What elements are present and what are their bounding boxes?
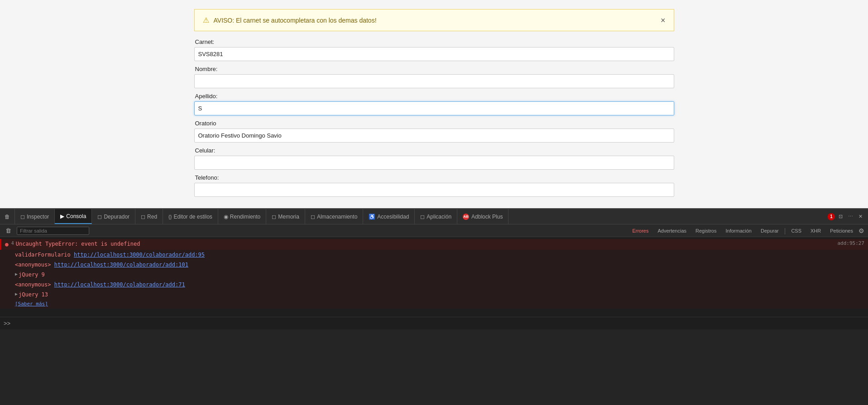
apellido-input[interactable] <box>194 101 674 115</box>
consola-tab-label: Consola <box>66 213 86 219</box>
console-saber-mas-line: [Saber más] <box>0 300 868 309</box>
inspector-tab-icon: ◻ <box>20 214 25 220</box>
devtools-trash-btn[interactable]: 🗑 <box>0 209 15 224</box>
expand-arrow-1: ▶ <box>15 271 18 277</box>
devtools-toolbar: 🗑 ◻ Inspector ▶ Consola ◻ Depurador ◻ Re… <box>0 209 868 224</box>
telefono-label: Telefono: <box>194 174 674 181</box>
devtools-close-btn[interactable]: ✕ <box>857 213 864 220</box>
stack-entry-link-1[interactable]: http://localhost:3000/colaborador/add:95 <box>74 251 205 259</box>
apellido-field-group: Apellido: <box>194 93 674 115</box>
console-input-area: >> <box>0 317 868 329</box>
carnet-input[interactable] <box>194 47 674 61</box>
editor-estilos-tab-label: Editor de estilos <box>173 214 212 220</box>
console-filter-input[interactable] <box>17 227 89 235</box>
telefono-input[interactable] <box>194 183 674 197</box>
devtools-panel: 🗑 ◻ Inspector ▶ Consola ◻ Depurador ◻ Re… <box>0 208 868 405</box>
rendimiento-tab-icon: ◉ <box>224 214 228 220</box>
oratorio-input[interactable] <box>194 129 674 143</box>
line-num-1: 4 <box>11 240 14 247</box>
filter-advertencias-btn[interactable]: Advertencias <box>654 227 690 235</box>
trash-icon: 🗑 <box>5 214 10 220</box>
devtools-settings-btn[interactable]: ⊡ <box>837 213 844 220</box>
console-divider: | <box>784 227 786 234</box>
nombre-field-group: Nombre: <box>194 66 674 88</box>
devtools-right-actions: 1 ⊡ ⋯ ✕ <box>828 213 868 220</box>
console-error-sub-4: <anonymous> http://localhost:3000/colabo… <box>0 280 868 290</box>
filter-registros-btn[interactable]: Registros <box>692 227 720 235</box>
alert-content: ⚠ AVISO: El carnet se autocompletara con… <box>203 16 377 24</box>
stack-entry-link-2[interactable]: http://localhost:3000/colaborador/add:10… <box>54 261 188 269</box>
celular-input[interactable] <box>194 156 674 170</box>
console-error-sub-5: ▶ jQuery 13 <box>0 290 868 300</box>
nombre-input[interactable] <box>194 74 674 88</box>
filter-peticiones-btn[interactable]: Peticiones <box>826 227 857 235</box>
console-error-sub-3: ▶ jQuery 9 <box>0 270 868 280</box>
console-clear-button[interactable]: 🗑 <box>4 226 13 235</box>
main-content: ⚠ AVISO: El carnet se autocompletara con… <box>0 0 868 208</box>
devtools-bottom-area <box>0 329 868 405</box>
console-input[interactable] <box>13 320 864 326</box>
red-tab-label: Red <box>147 214 157 220</box>
oratorio-field-group: Oratorio <box>194 120 674 143</box>
consola-tab-icon: ▶ <box>60 213 64 219</box>
alert-banner: ⚠ AVISO: El carnet se autocompletara con… <box>194 9 674 31</box>
almacenamiento-tab-label: Almacenamiento <box>317 214 357 220</box>
tab-consola[interactable]: ▶ Consola <box>55 209 92 224</box>
console-prompt: >> <box>4 320 10 327</box>
stack-entry-label-1: validarFormulario <box>15 251 71 259</box>
nombre-label: Nombre: <box>194 66 674 72</box>
oratorio-label: Oratorio <box>194 120 674 127</box>
expand-arrow-2: ▶ <box>15 291 18 297</box>
error-text-1: Uncaught TypeError: event is undefined <box>16 240 140 248</box>
depurador-tab-label: Depurador <box>104 214 129 220</box>
rendimiento-tab-label: Rendimiento <box>230 214 260 220</box>
tab-rendimiento[interactable]: ◉ Rendimiento <box>218 209 266 224</box>
accesibilidad-tab-icon: ♿ <box>369 214 375 220</box>
console-error-sub-1: validarFormulario http://localhost:3000/… <box>0 250 868 260</box>
tab-depurador[interactable]: ◻ Depurador <box>92 209 135 224</box>
warning-icon: ⚠ <box>203 16 209 24</box>
filter-xhr-btn[interactable]: XHR <box>807 227 825 235</box>
celular-field-group: Celular: <box>194 147 674 170</box>
carnet-field-group: Carnet: <box>194 38 674 61</box>
console-filter-buttons: Errores Advertencias Registros Informaci… <box>628 227 864 235</box>
red-tab-icon: ◻ <box>141 214 145 220</box>
filter-css-btn[interactable]: CSS <box>787 227 805 235</box>
celular-label: Celular: <box>194 147 674 154</box>
stack-entry-label-3: jQuery 9 <box>19 271 45 279</box>
telefono-field-group: Telefono: <box>194 174 674 197</box>
filter-informacion-btn[interactable]: Información <box>722 227 755 235</box>
console-toolbar: 🗑 Errores Advertencias Registros Informa… <box>0 224 868 237</box>
console-error-line-1: ● 4 Uncaught TypeError: event is undefin… <box>0 239 868 250</box>
tab-red[interactable]: ◻ Red <box>135 209 163 224</box>
tab-memoria[interactable]: ◻ Memoria <box>266 209 305 224</box>
error-location-1: add:95:27 <box>837 240 864 248</box>
editor-estilos-tab-icon: {} <box>168 214 172 219</box>
devtools-more-btn[interactable]: ⋯ <box>846 213 855 220</box>
accesibilidad-tab-label: Accesibilidad <box>377 214 409 220</box>
filter-depurar-btn[interactable]: Depurar <box>757 227 782 235</box>
almacenamiento-tab-icon: ◻ <box>311 214 315 220</box>
adblock-icon: AB <box>463 214 469 220</box>
tab-editor-estilos[interactable]: {} Editor de estilos <box>163 209 218 224</box>
error-count-badge: 1 <box>828 213 835 220</box>
tab-almacenamiento[interactable]: ◻ Almacenamiento <box>305 209 363 224</box>
stack-entry-label-5: jQuery 13 <box>19 291 48 299</box>
tab-inspector[interactable]: ◻ Inspector <box>15 209 55 224</box>
tab-adblock[interactable]: AB Adblock Plus <box>457 209 508 224</box>
alert-close-button[interactable]: × <box>661 16 666 24</box>
error-icon-1: ● <box>5 240 9 249</box>
depurador-tab-icon: ◻ <box>97 214 102 220</box>
form-section: Carnet: Nombre: Apellido: Oratorio Celul… <box>194 38 674 201</box>
filter-errores-btn[interactable]: Errores <box>628 227 652 235</box>
console-gear-btn[interactable]: ⚙ <box>858 227 864 234</box>
stack-entry-label-2: <anonymous> <box>15 261 51 269</box>
tab-aplicacion[interactable]: ◻ Aplicación <box>415 209 457 224</box>
memoria-tab-label: Memoria <box>278 214 299 220</box>
stack-entry-link-3[interactable]: http://localhost:3000/colaborador/add:71 <box>54 281 185 289</box>
console-output: ● 4 Uncaught TypeError: event is undefin… <box>0 237 868 317</box>
alert-text: AVISO: El carnet se autocompletara con l… <box>214 17 377 24</box>
tab-accesibilidad[interactable]: ♿ Accesibilidad <box>363 209 415 224</box>
saber-mas-link[interactable]: [Saber más] <box>15 300 48 308</box>
stack-entry-label-4: <anonymous> <box>15 281 51 289</box>
